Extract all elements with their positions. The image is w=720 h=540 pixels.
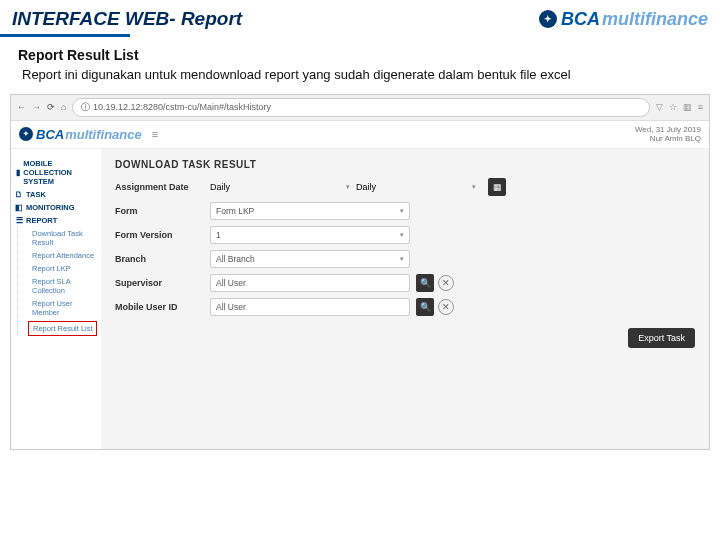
section-description: Report ini digunakan untuk mendownload r… bbox=[0, 67, 720, 94]
calendar-button[interactable]: ▦ bbox=[488, 178, 506, 196]
app-logo-orb-icon: ✦ bbox=[19, 127, 33, 141]
nav-forward-icon[interactable]: → bbox=[32, 102, 41, 112]
label-mobile-user: Mobile User ID bbox=[115, 302, 210, 312]
export-task-button[interactable]: Export Task bbox=[628, 328, 695, 348]
label-branch: Branch bbox=[115, 254, 210, 264]
select-branch[interactable]: All Branch▾ bbox=[210, 250, 410, 268]
search-icon: 🔍 bbox=[420, 278, 431, 288]
app-logo: ✦ BCA multifinance bbox=[19, 127, 142, 142]
logo-bca: BCA bbox=[561, 9, 600, 30]
nav-head-mobile[interactable]: ▮MOBILE COLLECTION SYSTEM bbox=[15, 159, 97, 186]
nav-report-user[interactable]: Report User Member bbox=[28, 297, 97, 319]
nav-reload-icon[interactable]: ⟳ bbox=[47, 102, 55, 112]
nav-head-task[interactable]: 🗋TASK bbox=[15, 190, 97, 199]
nav-download-task[interactable]: Download Task Result bbox=[28, 227, 97, 249]
nav-report-attendance[interactable]: Report Attendance bbox=[28, 249, 97, 262]
chevron-down-icon: ▾ bbox=[346, 183, 350, 191]
shield-icon[interactable]: ▽ bbox=[656, 102, 663, 112]
input-supervisor[interactable] bbox=[210, 274, 410, 292]
nav-home-icon[interactable]: ⌂ bbox=[61, 102, 66, 112]
label-form: Form bbox=[115, 206, 210, 216]
select-form[interactable]: Form LKP▾ bbox=[210, 202, 410, 220]
select-assign-period-2[interactable]: Daily▾ bbox=[356, 178, 476, 196]
app-logo-mf: multifinance bbox=[65, 127, 142, 142]
slide-title: INTERFACE WEB- Report bbox=[12, 8, 242, 30]
address-bar[interactable]: ⓘ 10.19.12.12:8280/cstm-cu/Main#/taskHis… bbox=[72, 98, 649, 117]
nav-head-report[interactable]: ☰REPORT bbox=[15, 216, 97, 225]
label-supervisor: Supervisor bbox=[115, 278, 210, 288]
task-icon: 🗋 bbox=[15, 190, 23, 199]
url-text: 10.19.12.12:8280/cstm-cu/Main#/taskHisto… bbox=[93, 102, 271, 112]
chevron-down-icon: ▾ bbox=[472, 183, 476, 191]
panel-title: DOWNLOAD TASK RESULT bbox=[115, 159, 695, 170]
close-icon: ✕ bbox=[442, 278, 450, 288]
select-form-version[interactable]: 1▾ bbox=[210, 226, 410, 244]
lock-icon: ⓘ bbox=[81, 102, 90, 112]
brand-logo: ✦ BCA multifinance bbox=[539, 9, 708, 30]
clear-mobile-user-button[interactable]: ✕ bbox=[438, 299, 454, 315]
nav-back-icon[interactable]: ← bbox=[17, 102, 26, 112]
library-icon[interactable]: ▥ bbox=[683, 102, 692, 112]
chevron-down-icon: ▾ bbox=[400, 255, 404, 263]
report-icon: ☰ bbox=[15, 216, 23, 225]
header-user: Nur Amin BLQ bbox=[635, 134, 701, 144]
section-subhead: Report Result List bbox=[0, 47, 720, 67]
label-assignment-date: Assignment Date bbox=[115, 182, 210, 192]
user-info: Wed, 31 July 2019 Nur Amin BLQ bbox=[635, 125, 701, 144]
nav-report-result-list[interactable]: Report Result List bbox=[28, 321, 97, 336]
input-mobile-user[interactable] bbox=[210, 298, 410, 316]
logo-orb-icon: ✦ bbox=[539, 10, 557, 28]
nav-report-sla[interactable]: Report SLA Collection bbox=[28, 275, 97, 297]
nav-report-lkp[interactable]: Report LKP bbox=[28, 262, 97, 275]
chevron-down-icon: ▾ bbox=[400, 207, 404, 215]
monitoring-icon: ◧ bbox=[15, 203, 23, 212]
search-mobile-user-button[interactable]: 🔍 bbox=[416, 298, 434, 316]
browser-window: ← → ⟳ ⌂ ⓘ 10.19.12.12:8280/cstm-cu/Main#… bbox=[10, 94, 710, 450]
select-assign-period[interactable]: Daily▾ bbox=[210, 178, 350, 196]
browser-toolbar: ← → ⟳ ⌂ ⓘ 10.19.12.12:8280/cstm-cu/Main#… bbox=[11, 95, 709, 121]
close-icon: ✕ bbox=[442, 302, 450, 312]
app-header: ✦ BCA multifinance ≡ Wed, 31 July 2019 N… bbox=[11, 121, 709, 149]
search-supervisor-button[interactable]: 🔍 bbox=[416, 274, 434, 292]
sidebar-toggle-icon[interactable]: ≡ bbox=[152, 128, 158, 140]
chevron-down-icon: ▾ bbox=[400, 231, 404, 239]
label-form-version: Form Version bbox=[115, 230, 210, 240]
mobile-icon: ▮ bbox=[15, 168, 20, 177]
main-panel: DOWNLOAD TASK RESULT Assignment Date Dai… bbox=[101, 149, 709, 449]
clear-supervisor-button[interactable]: ✕ bbox=[438, 275, 454, 291]
sidebar: ▮MOBILE COLLECTION SYSTEM 🗋TASK ◧MONITOR… bbox=[11, 149, 101, 449]
nav-head-monitoring[interactable]: ◧MONITORING bbox=[15, 203, 97, 212]
search-icon: 🔍 bbox=[420, 302, 431, 312]
title-underline bbox=[0, 34, 130, 37]
menu-icon[interactable]: ≡ bbox=[698, 102, 703, 112]
calendar-icon: ▦ bbox=[493, 182, 502, 192]
logo-multifinance: multifinance bbox=[602, 9, 708, 30]
app-logo-bca: BCA bbox=[36, 127, 64, 142]
header-date: Wed, 31 July 2019 bbox=[635, 125, 701, 135]
star-icon[interactable]: ☆ bbox=[669, 102, 677, 112]
